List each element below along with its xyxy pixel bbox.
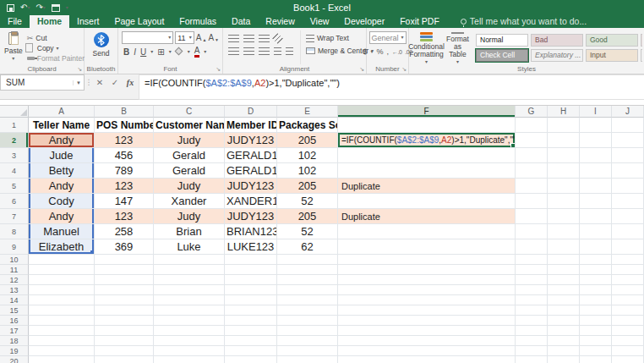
align-middle-icon[interactable] [243, 35, 254, 42]
cell-D16[interactable] [225, 316, 277, 326]
cell-C2[interactable]: Judy [154, 133, 225, 148]
cell-D8[interactable]: BRIAN123 [225, 224, 277, 239]
cell-F20[interactable] [338, 356, 516, 363]
cell-C3[interactable]: Gerald [154, 148, 225, 163]
wrap-text-button[interactable]: Wrap Text [306, 34, 374, 42]
cell-H12[interactable] [548, 275, 580, 285]
insert-function-button[interactable]: fx [123, 78, 137, 87]
cell-style-linked-cell[interactable]: Linked Cell [641, 49, 642, 62]
cell-G13[interactable] [516, 285, 548, 295]
row-header-20[interactable]: 20 [0, 356, 29, 363]
cell-G18[interactable] [516, 336, 548, 346]
cell-J14[interactable] [612, 295, 644, 305]
cell-I11[interactable] [580, 265, 612, 275]
align-right-icon[interactable] [259, 47, 270, 55]
cell-F19[interactable] [338, 346, 516, 356]
cell-G6[interactable] [516, 194, 548, 209]
cell-C19[interactable] [154, 346, 225, 356]
cell-B17[interactable] [95, 326, 154, 336]
format-as-table-button[interactable]: Format as Table ▾ [442, 30, 473, 64]
tab-insert[interactable]: Insert [69, 15, 106, 28]
cell-D4[interactable]: GERALD123 [225, 163, 277, 179]
font-size-select[interactable]: 11▾ [175, 31, 194, 44]
tab-view[interactable]: View [303, 15, 337, 28]
cell-H1[interactable] [548, 118, 580, 133]
cell-F13[interactable] [338, 285, 516, 295]
cell-C17[interactable] [154, 326, 225, 336]
row-header-12[interactable]: 12 [0, 275, 29, 285]
column-header-H[interactable]: H [548, 106, 580, 118]
cell-F16[interactable] [338, 316, 516, 326]
cell-C4[interactable]: Gerald [154, 163, 225, 179]
cell-H15[interactable] [548, 305, 580, 316]
row-header-11[interactable]: 11 [0, 265, 29, 275]
dialog-launcher-icon[interactable]: ↘ [216, 66, 221, 73]
cell-F9[interactable] [338, 239, 516, 255]
paste-button[interactable]: Paste ▾ [2, 30, 25, 64]
decrease-font-button[interactable]: A▼ [208, 33, 219, 42]
cell-J19[interactable] [612, 346, 644, 356]
fill-handle[interactable] [510, 143, 515, 147]
cell-G12[interactable] [516, 275, 548, 285]
currency-button[interactable]: $ [363, 47, 367, 56]
cell-F2[interactable]: =IF(COUNTIF($A$2:$A$9,A2)>1,"Duplicate",… [338, 133, 516, 148]
cell-style-neutral[interactable]: Neutral [641, 34, 642, 47]
tab-foxit-pdf[interactable]: Foxit PDF [392, 15, 447, 28]
cell-I1[interactable] [580, 118, 612, 133]
cell-A15[interactable] [29, 305, 95, 316]
decrease-indent-icon[interactable] [274, 47, 281, 55]
cell-G15[interactable] [516, 305, 548, 316]
cell-J1[interactable] [612, 118, 644, 133]
cell-D1[interactable]: Member ID [225, 118, 277, 133]
cell-A5[interactable]: Andy [29, 179, 95, 194]
cell-J9[interactable] [612, 239, 644, 255]
cell-C10[interactable] [154, 255, 225, 265]
cell-C14[interactable] [154, 295, 225, 305]
orientation-icon[interactable] [272, 33, 283, 44]
cell-G20[interactable] [516, 356, 548, 363]
bold-button[interactable]: B [123, 47, 129, 57]
cell-E9[interactable]: 62 [277, 239, 338, 255]
underline-button[interactable]: U [140, 47, 146, 57]
cell-B18[interactable] [95, 336, 154, 346]
cell-E3[interactable]: 102 [277, 148, 338, 163]
cell-E2[interactable]: 205 [277, 133, 338, 148]
cell-I20[interactable] [580, 356, 612, 363]
cell-I5[interactable] [580, 179, 612, 194]
cell-I9[interactable] [580, 239, 612, 255]
cell-C1[interactable]: Customer Name [154, 118, 225, 133]
cell-D15[interactable] [225, 305, 277, 316]
cell-D18[interactable] [225, 336, 277, 346]
cell-B10[interactable] [95, 255, 154, 265]
cell-H19[interactable] [548, 346, 580, 356]
tab-review[interactable]: Review [258, 15, 302, 28]
cell-B6[interactable]: 147 [95, 194, 154, 209]
cell-C20[interactable] [154, 356, 225, 363]
cell-A17[interactable] [29, 326, 95, 336]
align-left-icon[interactable] [228, 47, 239, 55]
cell-D14[interactable] [225, 295, 277, 305]
cell-H20[interactable] [548, 356, 580, 363]
cell-A11[interactable] [29, 265, 95, 275]
cell-C9[interactable]: Luke [154, 239, 225, 255]
row-header-3[interactable]: 3 [0, 148, 29, 163]
cell-A12[interactable] [29, 275, 95, 285]
cell-C15[interactable] [154, 305, 225, 316]
cell-H2[interactable] [548, 133, 580, 148]
cell-A16[interactable] [29, 316, 95, 326]
cell-J15[interactable] [612, 305, 644, 316]
cell-G7[interactable] [516, 209, 548, 224]
row-header-4[interactable]: 4 [0, 163, 29, 179]
cell-C7[interactable]: Judy [154, 209, 225, 224]
cell-A1[interactable]: Teller Name [29, 118, 95, 133]
cell-B20[interactable] [95, 356, 154, 363]
cell-F12[interactable] [338, 275, 516, 285]
row-header-15[interactable]: 15 [0, 305, 29, 316]
dialog-launcher-icon[interactable]: ↘ [359, 66, 364, 73]
cell-E8[interactable]: 52 [277, 224, 338, 239]
cell-J16[interactable] [612, 316, 644, 326]
cell-style-check-cell[interactable]: Check Cell [476, 49, 528, 62]
cell-H4[interactable] [548, 163, 580, 179]
cell-F5[interactable]: Duplicate [338, 179, 516, 194]
row-header-17[interactable]: 17 [0, 326, 29, 336]
